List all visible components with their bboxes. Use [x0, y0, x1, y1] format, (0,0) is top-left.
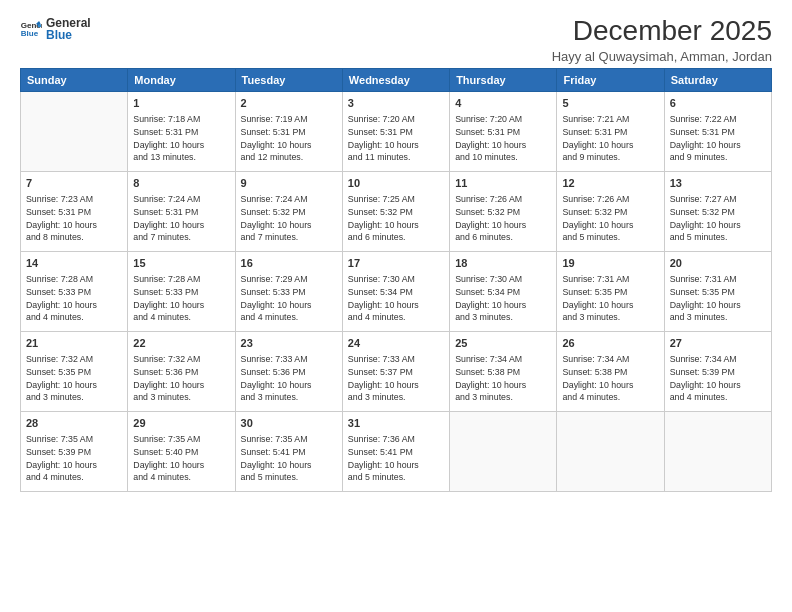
logo-icon: General Blue: [20, 18, 42, 40]
table-row: 11Sunrise: 7:26 AM Sunset: 5:32 PM Dayli…: [450, 171, 557, 251]
col-monday: Monday: [128, 68, 235, 91]
table-row: 22Sunrise: 7:32 AM Sunset: 5:36 PM Dayli…: [128, 331, 235, 411]
table-row: 24Sunrise: 7:33 AM Sunset: 5:37 PM Dayli…: [342, 331, 449, 411]
page: General Blue General Blue December 2025 …: [0, 0, 792, 612]
table-row: [450, 411, 557, 491]
day-number: 12: [562, 176, 658, 191]
calendar-week-row: 28Sunrise: 7:35 AM Sunset: 5:39 PM Dayli…: [21, 411, 772, 491]
day-info: Sunrise: 7:18 AM Sunset: 5:31 PM Dayligh…: [133, 113, 229, 164]
day-info: Sunrise: 7:21 AM Sunset: 5:31 PM Dayligh…: [562, 113, 658, 164]
day-info: Sunrise: 7:34 AM Sunset: 5:38 PM Dayligh…: [562, 353, 658, 404]
day-number: 9: [241, 176, 337, 191]
day-number: 1: [133, 96, 229, 111]
table-row: 13Sunrise: 7:27 AM Sunset: 5:32 PM Dayli…: [664, 171, 771, 251]
day-number: 18: [455, 256, 551, 271]
day-info: Sunrise: 7:31 AM Sunset: 5:35 PM Dayligh…: [562, 273, 658, 324]
day-number: 22: [133, 336, 229, 351]
day-info: Sunrise: 7:32 AM Sunset: 5:35 PM Dayligh…: [26, 353, 122, 404]
day-info: Sunrise: 7:23 AM Sunset: 5:31 PM Dayligh…: [26, 193, 122, 244]
day-number: 16: [241, 256, 337, 271]
table-row: 20Sunrise: 7:31 AM Sunset: 5:35 PM Dayli…: [664, 251, 771, 331]
day-number: 6: [670, 96, 766, 111]
day-info: Sunrise: 7:22 AM Sunset: 5:31 PM Dayligh…: [670, 113, 766, 164]
calendar-header-row: Sunday Monday Tuesday Wednesday Thursday…: [21, 68, 772, 91]
day-info: Sunrise: 7:32 AM Sunset: 5:36 PM Dayligh…: [133, 353, 229, 404]
day-number: 2: [241, 96, 337, 111]
day-number: 3: [348, 96, 444, 111]
day-info: Sunrise: 7:34 AM Sunset: 5:39 PM Dayligh…: [670, 353, 766, 404]
day-number: 31: [348, 416, 444, 431]
day-info: Sunrise: 7:25 AM Sunset: 5:32 PM Dayligh…: [348, 193, 444, 244]
subtitle: Hayy al Quwaysimah, Amman, Jordan: [552, 49, 772, 64]
day-info: Sunrise: 7:24 AM Sunset: 5:32 PM Dayligh…: [241, 193, 337, 244]
table-row: 18Sunrise: 7:30 AM Sunset: 5:34 PM Dayli…: [450, 251, 557, 331]
logo-line2: Blue: [46, 28, 91, 42]
table-row: 7Sunrise: 7:23 AM Sunset: 5:31 PM Daylig…: [21, 171, 128, 251]
logo: General Blue General Blue: [20, 16, 91, 42]
day-number: 19: [562, 256, 658, 271]
col-wednesday: Wednesday: [342, 68, 449, 91]
table-row: 25Sunrise: 7:34 AM Sunset: 5:38 PM Dayli…: [450, 331, 557, 411]
day-info: Sunrise: 7:31 AM Sunset: 5:35 PM Dayligh…: [670, 273, 766, 324]
table-row: 1Sunrise: 7:18 AM Sunset: 5:31 PM Daylig…: [128, 91, 235, 171]
calendar-week-row: 7Sunrise: 7:23 AM Sunset: 5:31 PM Daylig…: [21, 171, 772, 251]
day-number: 17: [348, 256, 444, 271]
table-row: 27Sunrise: 7:34 AM Sunset: 5:39 PM Dayli…: [664, 331, 771, 411]
calendar-week-row: 21Sunrise: 7:32 AM Sunset: 5:35 PM Dayli…: [21, 331, 772, 411]
table-row: 31Sunrise: 7:36 AM Sunset: 5:41 PM Dayli…: [342, 411, 449, 491]
header: General Blue General Blue December 2025 …: [20, 16, 772, 64]
title-block: December 2025 Hayy al Quwaysimah, Amman,…: [552, 16, 772, 64]
day-info: Sunrise: 7:20 AM Sunset: 5:31 PM Dayligh…: [455, 113, 551, 164]
table-row: 17Sunrise: 7:30 AM Sunset: 5:34 PM Dayli…: [342, 251, 449, 331]
day-number: 25: [455, 336, 551, 351]
table-row: 26Sunrise: 7:34 AM Sunset: 5:38 PM Dayli…: [557, 331, 664, 411]
table-row: 21Sunrise: 7:32 AM Sunset: 5:35 PM Dayli…: [21, 331, 128, 411]
day-number: 21: [26, 336, 122, 351]
day-number: 20: [670, 256, 766, 271]
table-row: 10Sunrise: 7:25 AM Sunset: 5:32 PM Dayli…: [342, 171, 449, 251]
table-row: [664, 411, 771, 491]
day-info: Sunrise: 7:29 AM Sunset: 5:33 PM Dayligh…: [241, 273, 337, 324]
day-number: 29: [133, 416, 229, 431]
table-row: 19Sunrise: 7:31 AM Sunset: 5:35 PM Dayli…: [557, 251, 664, 331]
table-row: 6Sunrise: 7:22 AM Sunset: 5:31 PM Daylig…: [664, 91, 771, 171]
col-thursday: Thursday: [450, 68, 557, 91]
day-number: 26: [562, 336, 658, 351]
day-info: Sunrise: 7:26 AM Sunset: 5:32 PM Dayligh…: [562, 193, 658, 244]
day-info: Sunrise: 7:35 AM Sunset: 5:39 PM Dayligh…: [26, 433, 122, 484]
table-row: 23Sunrise: 7:33 AM Sunset: 5:36 PM Dayli…: [235, 331, 342, 411]
col-sunday: Sunday: [21, 68, 128, 91]
table-row: 28Sunrise: 7:35 AM Sunset: 5:39 PM Dayli…: [21, 411, 128, 491]
day-info: Sunrise: 7:28 AM Sunset: 5:33 PM Dayligh…: [26, 273, 122, 324]
table-row: 29Sunrise: 7:35 AM Sunset: 5:40 PM Dayli…: [128, 411, 235, 491]
table-row: 8Sunrise: 7:24 AM Sunset: 5:31 PM Daylig…: [128, 171, 235, 251]
table-row: 12Sunrise: 7:26 AM Sunset: 5:32 PM Dayli…: [557, 171, 664, 251]
col-saturday: Saturday: [664, 68, 771, 91]
day-number: 4: [455, 96, 551, 111]
day-number: 30: [241, 416, 337, 431]
day-number: 7: [26, 176, 122, 191]
day-info: Sunrise: 7:30 AM Sunset: 5:34 PM Dayligh…: [348, 273, 444, 324]
day-info: Sunrise: 7:35 AM Sunset: 5:41 PM Dayligh…: [241, 433, 337, 484]
table-row: 2Sunrise: 7:19 AM Sunset: 5:31 PM Daylig…: [235, 91, 342, 171]
col-tuesday: Tuesday: [235, 68, 342, 91]
day-number: 24: [348, 336, 444, 351]
day-number: 5: [562, 96, 658, 111]
table-row: 15Sunrise: 7:28 AM Sunset: 5:33 PM Dayli…: [128, 251, 235, 331]
day-info: Sunrise: 7:35 AM Sunset: 5:40 PM Dayligh…: [133, 433, 229, 484]
table-row: 16Sunrise: 7:29 AM Sunset: 5:33 PM Dayli…: [235, 251, 342, 331]
day-number: 13: [670, 176, 766, 191]
day-number: 15: [133, 256, 229, 271]
day-info: Sunrise: 7:28 AM Sunset: 5:33 PM Dayligh…: [133, 273, 229, 324]
day-number: 8: [133, 176, 229, 191]
table-row: 14Sunrise: 7:28 AM Sunset: 5:33 PM Dayli…: [21, 251, 128, 331]
table-row: 30Sunrise: 7:35 AM Sunset: 5:41 PM Dayli…: [235, 411, 342, 491]
day-number: 10: [348, 176, 444, 191]
day-info: Sunrise: 7:34 AM Sunset: 5:38 PM Dayligh…: [455, 353, 551, 404]
col-friday: Friday: [557, 68, 664, 91]
day-info: Sunrise: 7:27 AM Sunset: 5:32 PM Dayligh…: [670, 193, 766, 244]
day-info: Sunrise: 7:19 AM Sunset: 5:31 PM Dayligh…: [241, 113, 337, 164]
table-row: [21, 91, 128, 171]
day-number: 28: [26, 416, 122, 431]
main-title: December 2025: [552, 16, 772, 47]
